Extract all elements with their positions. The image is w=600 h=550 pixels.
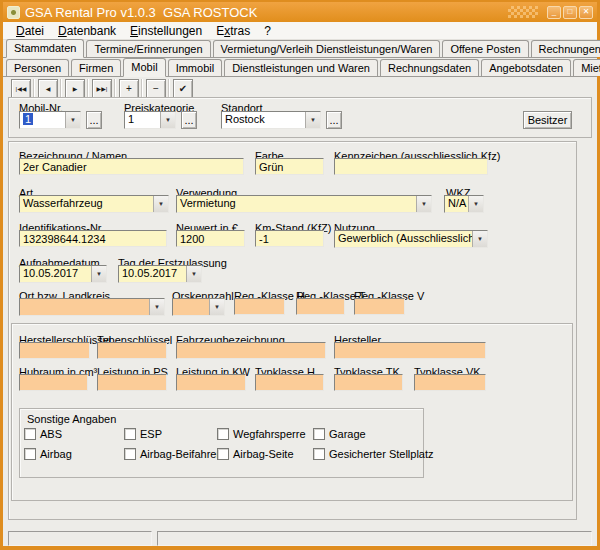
maximize-button[interactable]: □: [563, 6, 577, 19]
aufnahmedatum-value: 10.05.2017: [20, 266, 91, 282]
tab-immobil[interactable]: Immobil: [168, 59, 223, 76]
nav-next-icon[interactable]: ▶: [65, 79, 85, 99]
tab-offene-posten[interactable]: Offene Posten: [442, 40, 528, 57]
typklasse-tk-field[interactable]: [334, 374, 403, 391]
reg-klasse-t-field[interactable]: [296, 298, 345, 315]
tab-rechnungsdaten[interactable]: Rechnungsdaten: [380, 59, 479, 76]
chevron-down-icon[interactable]: ▼: [472, 231, 487, 247]
menu-datei[interactable]: Datei: [9, 24, 51, 38]
chevron-down-icon[interactable]: ▼: [149, 299, 164, 315]
tab-mietvertrag[interactable]: Mietvertrag: [573, 59, 600, 76]
leistung-ps-field[interactable]: [97, 374, 167, 391]
fahrzeugbezeichnung-field[interactable]: [176, 342, 326, 359]
tab-mobil[interactable]: Mobil: [123, 58, 165, 77]
preiskategorie-browse-button[interactable]: ...: [181, 111, 197, 129]
identifikations-nr-field[interactable]: [19, 230, 167, 247]
kennzeichen-field[interactable]: [334, 158, 488, 175]
neuwert-field[interactable]: [176, 230, 245, 247]
nav-delete-icon[interactable]: −: [146, 79, 166, 99]
chevron-down-icon[interactable]: ▼: [153, 196, 168, 212]
erstzulassung-value: 10.05.2017: [119, 266, 186, 282]
checkbox-airbag[interactable]: Airbag: [24, 447, 72, 460]
statusbar-left: [8, 531, 152, 546]
reg-klasse-v-field[interactable]: [354, 298, 405, 315]
leistung-kw-field[interactable]: [176, 374, 246, 391]
menu-extras[interactable]: Extras: [209, 24, 257, 38]
nav-first-icon[interactable]: |◀◀: [11, 79, 31, 99]
standort-browse-button[interactable]: ...: [326, 111, 342, 129]
chevron-down-icon[interactable]: ▼: [160, 112, 175, 128]
nav-post-icon[interactable]: ✔: [173, 79, 193, 99]
standort-combo[interactable]: Rostock ▼: [221, 111, 321, 129]
tab-personen[interactable]: Personen: [6, 59, 69, 76]
tab-angebotsdaten[interactable]: Angebotsdaten: [481, 59, 571, 76]
nav-last-icon[interactable]: ▶▶|: [92, 79, 112, 99]
checkbox-icon[interactable]: [313, 448, 325, 460]
mobil-nr-browse-button[interactable]: ...: [86, 111, 102, 129]
preiskategorie-combo[interactable]: 1 ▼: [124, 111, 176, 129]
nav-prior-icon[interactable]: ◀: [38, 79, 58, 99]
farbe-field[interactable]: [255, 158, 324, 175]
checkbox-garage[interactable]: Garage: [313, 427, 366, 440]
tab-vermietung-verleih[interactable]: Vermietung/Verleih Dienstleistungen/Ware…: [213, 40, 441, 57]
app-window: GSA Rental Pro v1.0.3 GSA ROSTOCK _ □ ✕ …: [0, 0, 600, 550]
verwendung-value: Vermietung: [177, 196, 416, 212]
verwendung-combo[interactable]: Vermietung ▼: [176, 195, 432, 213]
chevron-down-icon[interactable]: ▼: [65, 112, 80, 128]
reg-klasse-h-field[interactable]: [234, 298, 285, 315]
checkbox-abs[interactable]: ABS: [24, 427, 62, 440]
nav-insert-icon[interactable]: +: [119, 79, 139, 99]
ort-combo[interactable]: ▼: [19, 298, 165, 316]
nutzung-value: Gewerblich (Ausschliesslich): [335, 231, 472, 247]
nutzung-combo[interactable]: Gewerblich (Ausschliesslich) ▼: [334, 230, 488, 248]
typenschluessel-field[interactable]: [97, 342, 167, 359]
erstzulassung-picker[interactable]: 10.05.2017 ▼: [118, 265, 202, 283]
checkbox-gesicherter-stellplatz[interactable]: Gesicherter Stellplatz: [313, 447, 434, 460]
hubraum-field[interactable]: [19, 374, 88, 391]
chevron-down-icon[interactable]: ▼: [305, 112, 320, 128]
tab-dienstleistungen-waren[interactable]: Dienstleistungen und Waren: [224, 59, 378, 76]
chevron-down-icon[interactable]: ▼: [416, 196, 431, 212]
window-controls: _ □ ✕: [547, 6, 593, 19]
tab-termine-erinnerungen[interactable]: Termine/Erinnerungen: [86, 40, 210, 57]
menu-datenbank[interactable]: Datenbank: [51, 24, 123, 38]
menu-einstellungen[interactable]: Einstellungen: [123, 24, 209, 38]
checkbox-icon[interactable]: [217, 428, 229, 440]
window-title: GSA Rental Pro v1.0.3 GSA ROSTOCK: [25, 5, 503, 20]
orskennzahl-combo[interactable]: ▼: [172, 298, 225, 316]
checkbox-icon[interactable]: [24, 448, 36, 460]
menu-hilfe[interactable]: ?: [257, 24, 278, 38]
checkbox-icon[interactable]: [217, 448, 229, 460]
chevron-down-icon[interactable]: ▼: [209, 299, 224, 315]
aufnahmedatum-picker[interactable]: 10.05.2017 ▼: [19, 265, 107, 283]
orskennzahl-value: [173, 299, 209, 315]
bezeichnung-field[interactable]: [19, 158, 244, 175]
typklasse-h-field[interactable]: [255, 374, 324, 391]
besitzer-button[interactable]: Besitzer: [523, 111, 572, 129]
hersteller-field[interactable]: [334, 342, 486, 359]
mobil-nr-combo[interactable]: 1 ▼: [19, 111, 81, 129]
herstellerschluessel-field[interactable]: [19, 342, 90, 359]
checkbox-airbag-seite[interactable]: Airbag-Seite: [217, 447, 294, 460]
typklasse-vk-field[interactable]: [414, 374, 486, 391]
titlebar-texture: [508, 6, 538, 18]
checkbox-icon[interactable]: [313, 428, 325, 440]
tab-stammdaten[interactable]: Stammdaten: [6, 39, 84, 58]
checkbox-icon[interactable]: [24, 428, 36, 440]
tab-rechnungen[interactable]: Rechnungen: [531, 40, 600, 57]
checkbox-airbag-beifahrer[interactable]: Airbag-Beifahrer: [124, 447, 220, 460]
checkbox-esp[interactable]: ESP: [124, 427, 162, 440]
close-button[interactable]: ✕: [579, 6, 593, 19]
checkbox-icon[interactable]: [124, 448, 136, 460]
art-combo[interactable]: Wasserfahrzeug ▼: [19, 195, 169, 213]
tab-firmen[interactable]: Firmen: [71, 59, 121, 76]
wkz-combo[interactable]: N/A ▼: [444, 195, 484, 213]
checkbox-icon[interactable]: [124, 428, 136, 440]
checkbox-wegfahrsperre[interactable]: Wegfahrsperre: [217, 427, 306, 440]
minimize-button[interactable]: _: [547, 6, 561, 19]
km-stand-field[interactable]: [255, 230, 324, 247]
chevron-down-icon[interactable]: ▼: [468, 196, 483, 212]
mobil-nr-value: 1: [23, 113, 33, 125]
chevron-down-icon[interactable]: ▼: [186, 266, 201, 282]
chevron-down-icon[interactable]: ▼: [91, 266, 106, 282]
